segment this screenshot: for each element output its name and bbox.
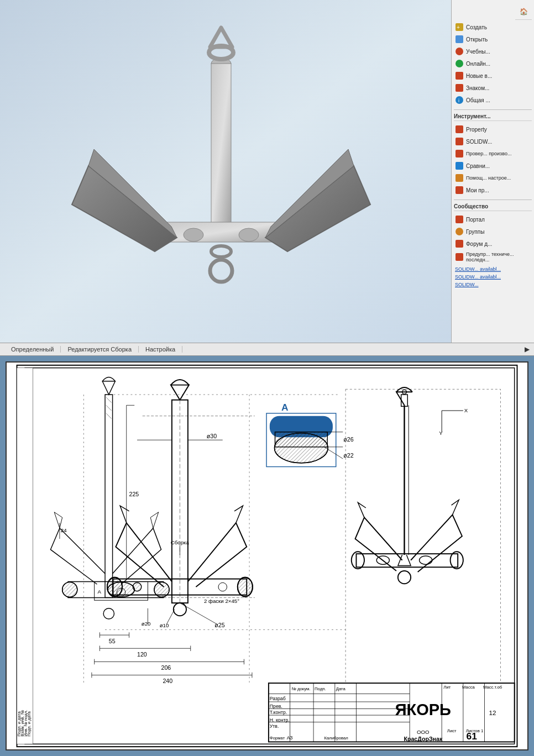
- svg-text:206: 206: [161, 664, 171, 671]
- svg-text:Дата: Дата: [336, 686, 346, 691]
- svg-text:КрасДорЗнак: КрасДорЗнак: [404, 736, 442, 742]
- svg-text:Калибровал: Калибровал: [324, 736, 348, 741]
- right-panel: 🏠 + Создать Открыть Учебны... Онлайн..: [451, 0, 534, 343]
- svg-rect-20: [456, 84, 463, 92]
- panel-item-acquaint[interactable]: Знаком...: [454, 82, 532, 94]
- news-items: SOLIDW... availabl... SOLIDW... availabl…: [454, 264, 532, 290]
- compare-icon: [455, 161, 464, 170]
- svg-point-70: [133, 582, 141, 591]
- new-icon: [455, 71, 464, 80]
- 3d-viewport[interactable]: [0, 0, 451, 343]
- svg-text:ООО: ООО: [417, 729, 430, 735]
- portal-icon: [455, 215, 464, 224]
- mypr-icon: [455, 186, 464, 195]
- panel-item-forum[interactable]: Форум д...: [454, 238, 532, 250]
- svg-point-21: [456, 96, 463, 104]
- panel-item-property[interactable]: Property: [454, 123, 532, 135]
- top-area: 🏠 + Создать Открыть Учебны... Онлайн..: [0, 0, 534, 343]
- panel-item-solidworks[interactable]: SOLIDW...: [454, 135, 532, 148]
- svg-text:Лист: Лист: [447, 728, 457, 733]
- svg-rect-23: [456, 125, 463, 133]
- svg-rect-26: [456, 162, 463, 170]
- svg-rect-109: [275, 432, 328, 447]
- svg-text:+: +: [457, 24, 460, 30]
- acquaint-icon: [455, 83, 464, 92]
- svg-text:i: i: [458, 98, 459, 103]
- svg-rect-37: [17, 368, 33, 744]
- svg-text:X: X: [464, 407, 468, 413]
- svg-text:24: 24: [61, 527, 67, 533]
- svg-point-17: [456, 48, 463, 55]
- svg-rect-2: [211, 64, 231, 229]
- svg-point-30: [456, 228, 463, 235]
- svg-rect-16: [456, 35, 463, 43]
- status-item-settings: Настройка: [139, 346, 182, 353]
- helper-icon: [455, 174, 464, 182]
- svg-text:ЯКОРЬ: ЯКОРЬ: [395, 701, 451, 718]
- svg-rect-27: [456, 174, 463, 182]
- svg-rect-32: [456, 253, 463, 261]
- panel-item-open[interactable]: Открыть: [454, 33, 532, 45]
- general-icon: i: [455, 96, 464, 104]
- svg-text:ø22: ø22: [343, 452, 353, 459]
- svg-rect-25: [456, 150, 463, 158]
- svg-text:Разраб: Разраб: [270, 696, 286, 701]
- svg-text:А: А: [281, 402, 289, 413]
- svg-text:2 фаски 2×45°: 2 фаски 2×45°: [204, 598, 239, 604]
- panel-item-learn[interactable]: Учебны...: [454, 45, 532, 57]
- svg-text:А3: А3: [287, 735, 293, 741]
- panel-item-mypr[interactable]: Мои пр...: [454, 184, 532, 196]
- learn-icon: [455, 47, 464, 56]
- solidworks-icon: [455, 137, 464, 146]
- status-bar: Определенный Редактируется Сборка Настро…: [0, 343, 534, 356]
- open-icon: [455, 35, 464, 44]
- svg-text:Формат: Формат: [270, 736, 285, 741]
- property-icon: [455, 125, 464, 134]
- svg-text:240: 240: [163, 678, 172, 684]
- svg-point-18: [456, 60, 463, 67]
- online-icon: [455, 59, 464, 68]
- svg-point-12: [239, 228, 259, 242]
- svg-rect-29: [456, 216, 463, 223]
- news-item-2[interactable]: SOLIDW... availabl...: [455, 273, 531, 281]
- groups-icon: [455, 227, 464, 236]
- svg-point-11: [184, 228, 203, 242]
- svg-text:ø10: ø10: [160, 622, 169, 628]
- svg-text:ø30: ø30: [207, 433, 217, 439]
- forum-icon: [455, 239, 464, 248]
- community-section-title: Сообщество: [454, 203, 532, 211]
- panel-item-helper[interactable]: Помощ... настрое...: [454, 172, 532, 184]
- panel-item-check[interactable]: Провер... произво...: [454, 148, 532, 160]
- panel-item-groups[interactable]: Группы: [454, 225, 532, 238]
- panel-item-online[interactable]: Онлайн...: [454, 57, 532, 70]
- create-icon: +: [455, 23, 464, 32]
- panel-item-new[interactable]: Новые в...: [454, 70, 532, 82]
- svg-text:ø26: ø26: [343, 436, 353, 443]
- svg-text:Листов 1: Листов 1: [466, 728, 484, 733]
- news-item-3[interactable]: SOLIDW...: [455, 281, 531, 288]
- svg-rect-19: [456, 72, 463, 80]
- panel-item-general[interactable]: i Общая ...: [454, 94, 532, 106]
- home-button[interactable]: 🏠: [515, 3, 532, 20]
- svg-text:Подп.: Подп.: [315, 686, 326, 691]
- svg-text:Н. контр.: Н. контр.: [270, 717, 290, 723]
- panel-item-portal[interactable]: Портал: [454, 213, 532, 225]
- svg-text:Масса: Масса: [462, 685, 475, 690]
- panel-item-create[interactable]: + Создать: [454, 21, 532, 33]
- svg-text:A: A: [98, 589, 102, 595]
- drawing-area[interactable]: Подп. и дата Взам. инв. № Инв. № подл. П…: [0, 356, 534, 756]
- svg-text:Утв.: Утв.: [270, 723, 279, 729]
- svg-text:№ докум.: № докум.: [291, 686, 310, 691]
- svg-rect-6: [158, 222, 285, 242]
- check-icon: [455, 149, 464, 158]
- scroll-right-indicator: ▶: [525, 345, 530, 353]
- panel-item-compare[interactable]: Сравни...: [454, 160, 532, 172]
- svg-text:Сборка: Сборка: [171, 539, 190, 545]
- news-item-1[interactable]: SOLIDW... availabl...: [455, 265, 531, 273]
- drawing-sheet: Подп. и дата Взам. инв. № Инв. № подл. П…: [6, 361, 528, 750]
- svg-text:Подп. и дата: Подп. и дата: [27, 711, 32, 737]
- svg-text:225: 225: [129, 491, 139, 497]
- panel-item-warn[interactable]: Предупр... техниче... последн...: [454, 250, 532, 264]
- svg-text:120: 120: [137, 651, 147, 658]
- svg-rect-31: [456, 240, 463, 248]
